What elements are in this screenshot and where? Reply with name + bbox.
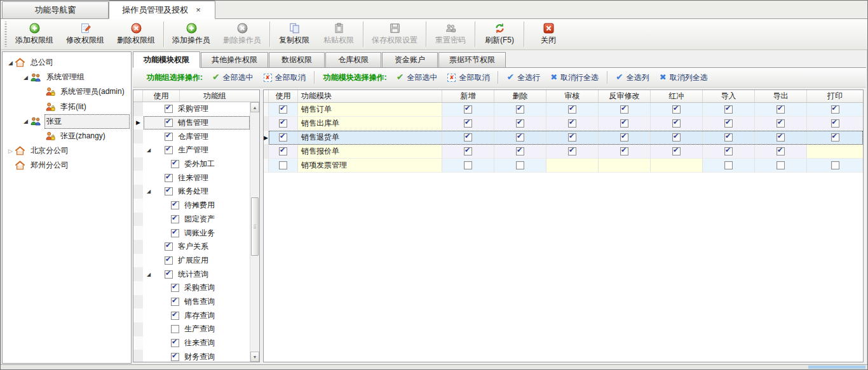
module-op-cell[interactable] <box>599 117 651 131</box>
group-row[interactable]: 采购查询 <box>133 281 250 295</box>
module-op-checkbox[interactable] <box>724 119 733 128</box>
action-button-10[interactable]: ✖取消行全选 <box>546 70 603 85</box>
module-op-cell[interactable] <box>546 117 599 131</box>
module-op-checkbox[interactable] <box>568 105 576 114</box>
module-op-cell[interactable] <box>442 145 494 159</box>
module-op-cell[interactable] <box>651 145 703 159</box>
module-op-checkbox[interactable] <box>464 119 472 128</box>
module-op-checkbox[interactable] <box>672 133 681 142</box>
module-op-checkbox[interactable] <box>464 147 472 155</box>
group-use-checkbox[interactable] <box>165 242 173 251</box>
module-op-cell[interactable] <box>703 117 755 131</box>
group-row[interactable]: 财务查询 <box>133 350 250 362</box>
module-op-checkbox[interactable] <box>831 133 839 142</box>
module-op-checkbox[interactable] <box>724 105 733 114</box>
module-name-cell[interactable]: 销售订单 <box>298 103 442 117</box>
org-tree-node[interactable]: ◢总公司 <box>3 55 131 70</box>
group-use-checkbox[interactable] <box>171 284 179 292</box>
module-op-checkbox[interactable] <box>776 147 785 155</box>
org-tree-node[interactable]: ◢系统管理组 <box>3 70 131 84</box>
group-row[interactable]: 客户关系 <box>133 240 250 254</box>
action-button-12[interactable]: ✔全选列 <box>611 70 654 85</box>
module-op-cell[interactable] <box>442 103 494 117</box>
module-op-checkbox[interactable] <box>776 105 785 114</box>
group-use-checkbox[interactable] <box>171 312 179 320</box>
expand-open-icon[interactable]: ◢ <box>144 272 153 277</box>
module-op-checkbox[interactable] <box>620 147 628 155</box>
group-use-checkbox[interactable] <box>171 353 179 361</box>
module-op-cell[interactable] <box>807 159 863 173</box>
module-op-checkbox[interactable] <box>831 119 839 128</box>
module-op-cell[interactable] <box>807 131 863 145</box>
group-row[interactable]: 往来查询 <box>133 336 250 350</box>
module-row[interactable]: 销售订单 <box>264 103 863 117</box>
org-tree-node[interactable]: ▷北京分公司 <box>3 143 131 158</box>
module-use-checkbox[interactable] <box>279 161 287 169</box>
module-use-cell[interactable] <box>269 103 298 117</box>
org-tree-node[interactable]: 李拓(lit) <box>3 100 131 114</box>
module-op-checkbox[interactable] <box>724 161 733 169</box>
module-op-checkbox[interactable] <box>672 119 681 128</box>
group-use-checkbox[interactable] <box>165 187 173 195</box>
action-button-6[interactable]: ✔全部选中 <box>392 70 442 85</box>
module-op-checkbox[interactable] <box>672 147 681 155</box>
group-panel-scrollbar[interactable]: ▲ ▼ <box>250 102 259 362</box>
module-op-cell[interactable] <box>494 159 546 173</box>
module-op-cell[interactable] <box>494 117 546 131</box>
module-op-cell[interactable] <box>494 131 546 145</box>
module-use-checkbox[interactable] <box>279 147 287 155</box>
org-tree-node[interactable]: 郑州分公司 <box>3 158 131 173</box>
perm-tab-1[interactable]: 功能模块权限 <box>133 51 200 68</box>
group-row[interactable]: ◢生产管理 <box>133 143 250 157</box>
expand-open-icon[interactable]: ◢ <box>144 147 153 153</box>
module-use-checkbox[interactable] <box>279 133 287 142</box>
group-use-checkbox[interactable] <box>171 160 179 168</box>
perm-tab-2[interactable]: 其他操作权限 <box>201 52 268 67</box>
expand-closed-icon[interactable]: ▷ <box>6 148 15 154</box>
group-use-checkbox[interactable] <box>165 270 173 279</box>
group-row[interactable]: 销售查询 <box>133 295 250 309</box>
module-op-checkbox[interactable] <box>776 161 785 169</box>
group-row[interactable]: ◢账务处理 <box>133 185 250 199</box>
module-use-checkbox[interactable] <box>279 105 287 114</box>
org-tree-node[interactable]: ◢张亚 <box>3 114 131 129</box>
close-tab-icon[interactable]: × <box>194 5 202 15</box>
org-tree-node[interactable]: 系统管理员(admin) <box>3 84 131 99</box>
module-op-checkbox[interactable] <box>776 119 785 128</box>
module-name-cell[interactable]: 销售出库单 <box>298 117 442 131</box>
toolbar-button-6[interactable]: 复制权限 <box>272 19 316 50</box>
module-op-checkbox[interactable] <box>568 119 576 128</box>
group-use-checkbox[interactable] <box>165 256 173 265</box>
module-op-cell[interactable] <box>755 103 807 117</box>
group-row[interactable]: 固定资产 <box>133 213 250 227</box>
scroll-thumb[interactable] <box>251 197 259 256</box>
module-op-checkbox[interactable] <box>464 133 472 142</box>
module-op-cell[interactable] <box>807 117 863 131</box>
module-op-checkbox[interactable] <box>516 119 524 128</box>
module-op-cell[interactable] <box>442 117 494 131</box>
toolbar-button-11[interactable]: 关闭 <box>526 19 571 50</box>
group-use-checkbox[interactable] <box>165 133 173 141</box>
module-op-cell[interactable] <box>599 145 651 159</box>
org-tree-node[interactable]: 张亚(zhangy) <box>3 129 131 143</box>
module-op-checkbox[interactable] <box>516 105 524 114</box>
module-op-checkbox[interactable] <box>464 161 472 169</box>
group-row[interactable]: 生产查询 <box>133 322 250 336</box>
action-button-13[interactable]: ✖取消列全选 <box>655 70 712 85</box>
group-use-checkbox[interactable] <box>171 215 179 223</box>
group-use-checkbox[interactable] <box>165 105 173 113</box>
group-use-checkbox[interactable] <box>165 119 173 127</box>
module-op-cell[interactable] <box>651 103 703 117</box>
window-tab-1[interactable]: 功能导航窗 <box>2 1 109 18</box>
module-op-cell[interactable] <box>755 159 807 173</box>
group-row[interactable]: 往来管理 <box>133 171 250 185</box>
module-op-cell[interactable] <box>599 131 651 145</box>
toolbar-button-10[interactable]: 刷新(F5) <box>477 19 522 50</box>
group-row[interactable]: 库存查询 <box>133 308 250 322</box>
expand-open-icon[interactable]: ◢ <box>22 118 30 124</box>
module-name-cell[interactable]: 销项发票管理 <box>298 159 442 173</box>
module-row[interactable]: 销售出库单 <box>264 117 863 131</box>
group-row[interactable]: 待摊费用 <box>133 199 250 213</box>
module-op-checkbox[interactable] <box>516 161 524 169</box>
toolbar-button-4[interactable]: 添加操作员 <box>166 19 217 50</box>
